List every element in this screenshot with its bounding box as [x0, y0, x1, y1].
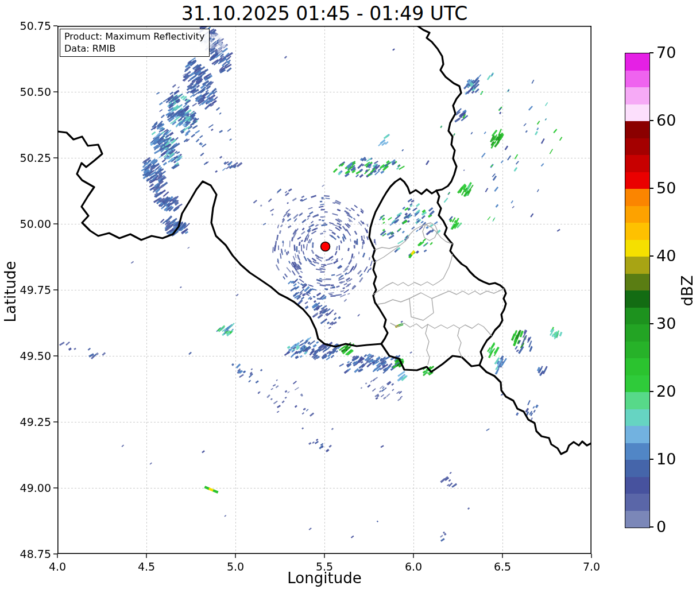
colorbar-segment [625, 477, 649, 494]
reflectivity-echo-canvas [57, 26, 591, 554]
colorbar-segment [625, 342, 649, 359]
colorbar-segment [625, 87, 649, 104]
colorbar-segment [625, 392, 649, 409]
colorbar-segment [625, 375, 649, 393]
colorbar [625, 53, 650, 528]
colorbar-unit-label: dBZ [678, 205, 696, 377]
colorbar-segment [625, 71, 649, 88]
colorbar-tick [649, 391, 653, 392]
colorbar-tick [649, 526, 653, 528]
colorbar-segment [625, 257, 649, 274]
colorbar-segment [625, 443, 649, 460]
colorbar-tick [649, 323, 653, 324]
colorbar-segment [625, 494, 649, 511]
colorbar-segment [625, 460, 649, 477]
colorbar-tick-label: 20 [656, 383, 676, 400]
colorbar-tick-label: 10 [656, 451, 676, 467]
colorbar-segment [625, 138, 649, 156]
colorbar-tick-label: 50 [656, 180, 676, 196]
colorbar-segment [625, 189, 649, 206]
colorbar-segment [625, 206, 649, 223]
colorbar-segment [625, 308, 649, 325]
colorbar-segment [625, 53, 649, 71]
y-tick-label: 50.50 [11, 86, 51, 98]
colorbar-gradient [625, 53, 649, 528]
colorbar-tick-label: 70 [656, 45, 676, 61]
colorbar-tick-label: 0 [656, 519, 666, 535]
colorbar-segment [625, 240, 649, 257]
data-source-line: Data: RMIB [64, 42, 204, 55]
colorbar-tick [649, 459, 653, 460]
colorbar-segment [625, 324, 649, 342]
x-axis-label: Longitude [57, 569, 591, 587]
y-tick-label: 49.00 [11, 482, 51, 494]
colorbar-segment [625, 511, 649, 528]
map-plot-area [57, 26, 591, 554]
colorbar-tick [649, 52, 653, 53]
y-tick-label: 50.75 [11, 20, 51, 32]
colorbar-segment [625, 290, 649, 308]
colorbar-segment [625, 426, 649, 443]
colorbar-segment [625, 172, 649, 189]
product-line: Product: Maximum Reflectivity [64, 30, 204, 42]
colorbar-tick [649, 120, 653, 121]
colorbar-segment [625, 155, 649, 172]
colorbar-segment [625, 274, 649, 291]
y-axis-label: Latitude [2, 154, 19, 429]
colorbar-segment [625, 121, 649, 138]
radar-figure: 31.10.2025 01:45 - 01:49 UTC 4.04.55.05.… [0, 0, 700, 597]
colorbar-segment [625, 223, 649, 240]
y-tick-label: 48.75 [11, 548, 51, 560]
colorbar-segment [625, 409, 649, 427]
colorbar-tick [649, 188, 653, 189]
colorbar-segment [625, 358, 649, 375]
product-annotation-box: Product: Maximum Reflectivity Data: RMIB [60, 29, 210, 57]
colorbar-segment [625, 104, 649, 122]
figure-title: 31.10.2025 01:45 - 01:49 UTC [57, 2, 591, 26]
colorbar-tick-label: 40 [656, 248, 676, 264]
colorbar-tick-label: 30 [656, 316, 676, 332]
colorbar-tick-label: 60 [656, 113, 676, 129]
colorbar-tick [649, 255, 653, 257]
